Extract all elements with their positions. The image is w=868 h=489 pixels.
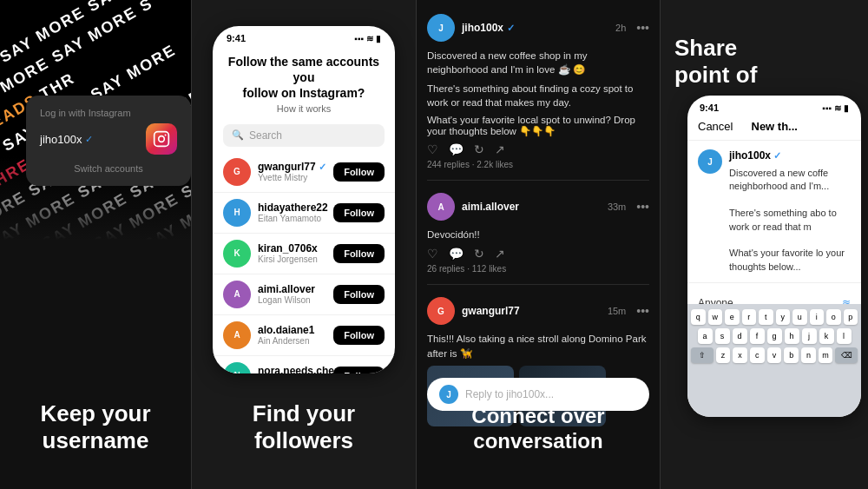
new-thread-title: New th... (752, 120, 798, 133)
post-stats: 26 replies · 112 likes (427, 264, 649, 274)
keyboard-row-3: ⇧ z x c v b n m ⌫ (691, 347, 858, 363)
post-text: Discovered a new coffee shop in my neigh… (427, 49, 649, 76)
key-m[interactable]: m (819, 347, 833, 363)
key-r[interactable]: r (742, 309, 757, 325)
post-header: A aimi.allover 33m ••• (427, 193, 649, 221)
key-g[interactable]: g (767, 328, 782, 344)
key-e[interactable]: e (725, 309, 740, 325)
share-icon[interactable]: ↗ (495, 247, 505, 261)
key-l[interactable]: l (837, 328, 852, 344)
reply-placeholder: Reply to jiho100x... (465, 388, 554, 400)
post-time: 15m (608, 306, 626, 316)
key-x[interactable]: x (733, 347, 747, 363)
keyboard-row-2: a s d f g h j k l (691, 328, 858, 344)
comment-icon[interactable]: 💬 (449, 142, 464, 156)
follow-title: Follow the same accounts youfollow on In… (227, 54, 381, 102)
search-box[interactable]: 🔍 Search (223, 124, 385, 147)
post-item: J jiho100x ✓ 2h ••• Discovered a new cof… (427, 14, 649, 181)
avatar: A (223, 321, 251, 349)
key-w[interactable]: w (708, 309, 723, 325)
key-t[interactable]: t (759, 309, 773, 325)
key-d[interactable]: d (733, 328, 747, 344)
search-icon: 🔍 (232, 129, 244, 141)
key-h[interactable]: h (785, 328, 799, 344)
key-n[interactable]: n (801, 347, 816, 363)
more-options-icon[interactable]: ••• (636, 304, 649, 318)
how-it-works[interactable]: How it works (227, 103, 381, 114)
follow-button[interactable]: Follow (333, 203, 385, 222)
post-username: jiho100x ✓ (462, 22, 515, 34)
more-options-icon[interactable]: ••• (636, 21, 649, 35)
panel2-title: Find yourfollowers (192, 400, 416, 454)
repost-icon[interactable]: ↻ (474, 142, 484, 156)
time-display: 9:41 (227, 33, 246, 43)
key-f[interactable]: f (750, 328, 765, 344)
key-z[interactable]: z (716, 347, 731, 363)
follow-info: kiran_0706x Kirsi Jorgensen (258, 242, 326, 264)
post-avatar: A (427, 193, 455, 221)
panel-conversation: J jiho100x ✓ 2h ••• Discovered a new cof… (417, 0, 660, 489)
follow-button[interactable]: Follow (333, 285, 385, 304)
svg-point-13 (165, 134, 167, 135)
follow-username: gwangurl77 ✓ (258, 161, 326, 173)
keyboard[interactable]: q w e r t y u i o p a s d f g h j k l (687, 304, 861, 417)
follow-info: gwangurl77 ✓ Yvette Mistry (258, 161, 326, 182)
switch-accounts[interactable]: Switch accounts (40, 163, 177, 174)
follow-button[interactable]: Follow (333, 326, 385, 345)
verified-icon: ✓ (507, 23, 515, 34)
battery-icon: ▮ (844, 103, 849, 113)
follow-button[interactable]: Follow (333, 367, 385, 373)
follow-username: kiran_0706x (258, 242, 326, 254)
key-c[interactable]: c (750, 347, 765, 363)
verified-icon: ✓ (85, 134, 93, 145)
key-j[interactable]: j (802, 328, 817, 344)
heart-icon[interactable]: ♡ (427, 142, 438, 156)
follow-username: aimi.allover (258, 283, 326, 295)
post-text: This!!! Also taking a nice stroll along … (427, 332, 649, 360)
key-i[interactable]: i (810, 309, 825, 325)
post-time: 33m (608, 202, 626, 212)
cancel-button[interactable]: Cancel (698, 120, 733, 133)
post-draft-text: Discovered a new coffe neighborhood and … (729, 167, 851, 274)
avatar: N (223, 362, 251, 373)
share-icon[interactable]: ↗ (495, 142, 505, 156)
follow-item: A aimi.allover Logan Wilson Follow (213, 274, 395, 315)
key-a[interactable]: a (698, 328, 713, 344)
follow-username: alo.daiane1 (258, 324, 326, 336)
key-q[interactable]: q (691, 309, 706, 325)
signal-icon: ▪▪▪ (354, 34, 364, 43)
post-actions: ♡ 💬 ↻ ↗ (427, 142, 649, 156)
instagram-icon[interactable] (146, 123, 177, 155)
key-u[interactable]: u (792, 309, 807, 325)
follow-button[interactable]: Follow (333, 244, 385, 263)
login-label: Log in with Instagram (40, 108, 177, 118)
heart-icon[interactable]: ♡ (427, 247, 438, 261)
delete-key[interactable]: ⌫ (835, 347, 858, 363)
follow-button[interactable]: Follow (333, 162, 385, 182)
wifi-icon: ≋ (834, 103, 841, 113)
key-k[interactable]: k (819, 328, 834, 344)
follow-info: alo.daiane1 Ain Andersen (258, 324, 326, 346)
key-b[interactable]: b (784, 347, 799, 363)
panel-keep-username: SAY MORE SAY MORE SAY M ORE SAY MORE SAY… (0, 0, 191, 489)
more-options-icon[interactable]: ••• (636, 200, 649, 214)
wifi-icon: ≋ (366, 34, 373, 43)
reply-avatar: J (439, 385, 458, 404)
panel1-title: Keep yourusername (0, 400, 191, 454)
post-username: gwangurl77 (462, 305, 520, 317)
repost-icon[interactable]: ↻ (474, 247, 484, 261)
key-v[interactable]: v (767, 347, 782, 363)
login-card[interactable]: Log in with Instagram jiho100x ✓ Switch … (26, 96, 191, 186)
shift-key[interactable]: ⇧ (691, 347, 713, 363)
key-o[interactable]: o (826, 309, 841, 325)
key-s[interactable]: s (715, 328, 730, 344)
key-y[interactable]: y (776, 309, 791, 325)
key-p[interactable]: p (844, 309, 858, 325)
follow-item: G gwangurl77 ✓ Yvette Mistry Follow (213, 152, 395, 193)
time-display: 9:41 (700, 102, 719, 113)
comment-icon[interactable]: 💬 (449, 247, 464, 261)
status-icons: ▪▪▪ ≋ ▮ (822, 103, 849, 113)
phone4-header: Cancel New th... (687, 116, 861, 141)
follow-username: hidayathere22 (258, 202, 326, 214)
follow-header: Follow the same accounts youfollow on In… (213, 47, 395, 119)
